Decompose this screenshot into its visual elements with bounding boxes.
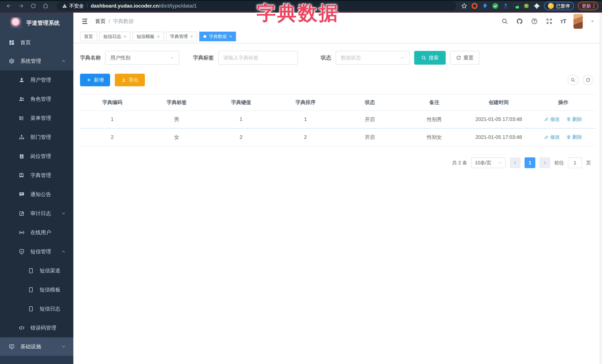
tab-dict-manage[interactable]: 字典管理 ×: [166, 32, 197, 41]
tab-dict-data[interactable]: 字典数据 ×: [199, 32, 236, 41]
page-number-button[interactable]: 1: [525, 157, 535, 168]
sidebar-item-error-codes[interactable]: 错误码管理: [0, 318, 73, 337]
extension-kite-icon[interactable]: [482, 3, 488, 9]
sidebar-item-home[interactable]: 首页: [0, 33, 73, 52]
main-area: 首页 / 字典数据 ᴛT 首页 短信日志 ×: [73, 13, 602, 364]
breadcrumb-home[interactable]: 首页: [95, 18, 106, 25]
help-icon[interactable]: [531, 18, 538, 25]
extension-green-leaf-icon[interactable]: [523, 3, 530, 9]
sidebar-item-online-users[interactable]: 在线用户: [0, 223, 73, 242]
tab-sms-log[interactable]: 短信日志 ×: [99, 32, 130, 41]
github-icon[interactable]: [516, 18, 523, 25]
annotation-overlay-text: 字典数据: [257, 0, 340, 26]
browser-extensions-area: on 已暂停 更新: [461, 2, 598, 10]
browser-update-button[interactable]: 更新: [578, 2, 598, 10]
chevron-up-icon: [61, 249, 66, 254]
sidebar-item-users[interactable]: 用户管理: [0, 70, 73, 89]
sidebar-item-menus[interactable]: 菜单管理: [0, 108, 73, 128]
dict-data-table: 字典编码 字典标签 字典键值 字典排序 状态 备注 创建时间 操作 1 男 1: [80, 94, 595, 146]
pagination: 共 2 条 10条/页 1 前往 页: [80, 157, 595, 168]
edit-link[interactable]: 修改: [544, 116, 560, 123]
bookmark-star-icon[interactable]: [461, 3, 467, 9]
sidebar-item-dict[interactable]: 字典管理: [0, 166, 73, 185]
profile-avatar: [548, 3, 554, 9]
delete-link[interactable]: 删除: [566, 116, 582, 123]
close-icon[interactable]: ×: [124, 34, 126, 39]
browser-reload-icon[interactable]: [30, 2, 37, 10]
export-button[interactable]: 导出: [115, 74, 145, 86]
browser-home-icon[interactable]: [42, 2, 49, 10]
caret-down-icon[interactable]: [590, 19, 595, 23]
sidebar-item-roles[interactable]: 角色管理: [0, 89, 73, 108]
extension-on-badge-icon[interactable]: on: [513, 3, 519, 9]
extension-orange-icon[interactable]: [472, 3, 478, 9]
hide-search-circle-button[interactable]: [568, 75, 578, 85]
table-row[interactable]: 1 男 1 1 开启 性别男 2021-01-05 17:03:48 修改: [80, 111, 595, 128]
search-icon[interactable]: [501, 18, 508, 25]
close-icon[interactable]: ×: [157, 34, 160, 39]
sidebar-item-posts[interactable]: 岗位管理: [0, 147, 73, 166]
font-size-icon[interactable]: ᴛT: [560, 18, 566, 25]
breadcrumb: 首页 / 字典数据: [95, 18, 134, 25]
search-button[interactable]: 搜索: [414, 51, 446, 65]
tab-home[interactable]: 首页: [80, 32, 97, 41]
table-header-row: 字典编码 字典标签 字典键值 字典排序 状态 备注 创建时间 操作: [80, 94, 595, 111]
sidebar-item-sms[interactable]: 短信管理: [0, 242, 73, 261]
online-signal-icon: [19, 229, 25, 236]
sidebar-item-sms-template[interactable]: 短信模板: [0, 280, 73, 299]
page-size-select[interactable]: 10条/页: [471, 157, 506, 168]
reset-button[interactable]: 重置: [450, 51, 479, 65]
goto-page-input[interactable]: [570, 160, 580, 166]
sidebar-logo-row[interactable]: 芋道管理系统: [0, 13, 73, 33]
dict-name-select[interactable]: 用户性别: [105, 51, 179, 65]
user-avatar[interactable]: [573, 14, 583, 29]
close-icon[interactable]: ×: [229, 34, 232, 39]
status-select[interactable]: 数据状态: [336, 51, 410, 65]
sidebar: 芋道管理系统 首页 系统管理 用户管理 角色管理 菜单管理 部门管理: [0, 13, 73, 364]
sidebar-item-departments[interactable]: 部门管理: [0, 128, 73, 147]
edit-square-icon: [19, 210, 25, 217]
sidebar-item-system[interactable]: 系统管理: [0, 52, 73, 70]
browser-menu-icon[interactable]: [593, 3, 594, 8]
close-icon[interactable]: ×: [190, 34, 193, 39]
sidebar-item-notices[interactable]: 通知公告: [0, 185, 73, 204]
breadcrumb-current: 字典数据: [113, 18, 134, 25]
chevron-down-icon: [400, 56, 405, 60]
chevron-down-icon: [170, 56, 174, 60]
add-button[interactable]: 新增: [80, 74, 110, 86]
page-content: 字典名称 用户性别 字典标签 状态 数据状态 搜索: [73, 43, 602, 364]
col-dict-sort: 字典排序: [273, 94, 338, 111]
prev-page-button[interactable]: [510, 157, 520, 168]
dict-tag-input[interactable]: [223, 55, 293, 61]
refresh-circle-button[interactable]: [583, 75, 593, 85]
delete-link[interactable]: 删除: [566, 134, 582, 140]
table-mini-tools: [568, 75, 593, 85]
sidebar-item-infrastructure[interactable]: 基础设施: [0, 337, 73, 356]
browser-back-icon[interactable]: [5, 2, 13, 10]
extensions-puzzle-icon[interactable]: [534, 3, 540, 9]
shield-check-icon: [19, 249, 25, 255]
table-row[interactable]: 2 女 2 2 开启 性别女 2021-01-05 17:03:48 修改: [80, 128, 595, 146]
tab-sms-template[interactable]: 短信模板 ×: [133, 32, 164, 41]
svg-text:on: on: [516, 6, 518, 8]
security-warning-icon: [62, 3, 67, 8]
chevron-down-icon: [498, 161, 502, 165]
menu-list-icon: [19, 115, 25, 121]
fullscreen-icon[interactable]: [546, 18, 553, 25]
col-actions: 操作: [531, 94, 595, 111]
extension-green-check-icon[interactable]: [492, 3, 498, 9]
sidebar-item-audit-log[interactable]: 审计日志: [0, 204, 73, 223]
col-dict-label: 字典标签: [144, 94, 209, 111]
profile-paused-pill[interactable]: 已暂停: [544, 2, 574, 10]
sidebar-item-sms-log[interactable]: 短信日志: [0, 299, 73, 318]
extension-sliders-icon[interactable]: [503, 3, 509, 9]
sidebar-item-sms-channel[interactable]: 短信渠道: [0, 261, 73, 280]
sidebar-toggle-icon[interactable]: [81, 17, 89, 25]
page-scrollbar[interactable]: [599, 13, 602, 364]
next-page-button[interactable]: [539, 157, 550, 168]
browser-forward-icon[interactable]: [17, 2, 25, 10]
col-remark: 备注: [402, 94, 467, 111]
goto-label: 前往: [554, 160, 564, 166]
edit-link[interactable]: 修改: [544, 134, 560, 140]
app-window: 芋道管理系统 首页 系统管理 用户管理 角色管理 菜单管理 部门管理: [0, 13, 602, 364]
